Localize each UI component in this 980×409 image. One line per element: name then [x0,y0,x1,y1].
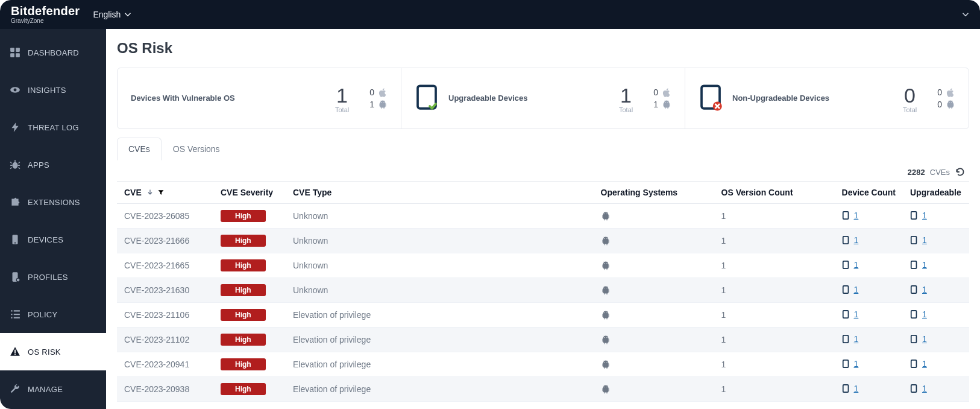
language-label: English [93,10,121,19]
sidebar-item-label: DASHBOARD [28,48,79,57]
device-icon [842,285,850,294]
card-breakdown: 0 1 [653,87,671,109]
tab-os-versions[interactable]: OS Versions [162,138,231,160]
summary-card: Non-Upgradeable Devices 0 Total 0 0 [685,68,969,128]
cell-upgradeable[interactable]: 1 [903,204,969,229]
sidebar-item-label: THREAT LOG [28,123,79,132]
tab-cves[interactable]: CVEs [117,138,162,160]
device-icon [842,260,850,270]
cell-device-count[interactable]: 1 [835,204,903,229]
device-icon [910,384,919,393]
device-icon [910,211,919,220]
table-row[interactable]: CVE-2023-21630 High Unknown 1 1 1 [117,278,969,303]
refresh-icon[interactable] [955,166,966,177]
cell-osv-count: 1 [714,204,835,229]
cell-type: Unknown [286,229,594,253]
sidebar-item-label: INSIGHTS [28,86,66,95]
sidebar-item-manage[interactable]: MANAGE [0,370,106,408]
cell-cve: CVE-2023-21102 [117,328,213,352]
col-upgradeable[interactable]: Upgradeable [903,181,969,204]
cell-upgradeable[interactable]: 1 [903,352,969,377]
table-row[interactable]: CVE-2023-20938 High Elevation of privile… [117,377,969,402]
card-label: Upgradeable Devices [448,94,533,104]
cell-device-count[interactable]: 1 [835,278,903,303]
cell-upgradeable[interactable]: 1 [903,328,969,352]
card-label: Devices With Vulnerable OS [131,94,235,104]
filter-icon[interactable] [157,189,165,196]
cell-severity: High [213,328,286,352]
cell-os [594,278,714,303]
summary-card: Devices With Vulnerable OS 1 Total 0 1 [118,68,401,128]
col-severity[interactable]: CVE Severity [213,181,286,204]
cell-device-count[interactable]: 1 [835,229,903,253]
card-label: Non-Upgradeable Devices [732,94,829,104]
table-row[interactable]: CVE-2023-21106 High Elevation of privile… [117,303,969,328]
table-row[interactable]: CVE-2023-20941 High Elevation of privile… [117,352,969,377]
col-os[interactable]: Operating Systems [594,181,714,204]
device-icon [910,235,919,245]
brand-sub: GravityZone [11,18,80,24]
device-icon [910,285,919,294]
sidebar-item-devices[interactable]: DEVICES [0,221,106,258]
cell-upgradeable[interactable]: 1 [903,253,969,278]
device-icon [842,334,850,344]
account-menu-chevron-icon[interactable] [962,11,969,18]
severity-badge: High [221,309,266,321]
col-type[interactable]: CVE Type [286,181,594,204]
cell-device-count[interactable]: 1 [835,253,903,278]
cell-upgradeable[interactable]: 1 [903,229,969,253]
severity-badge: High [221,210,266,222]
android-icon [601,285,611,295]
col-device-count[interactable]: Device Count [835,181,903,204]
cell-upgradeable[interactable]: 1 [903,303,969,328]
cell-severity: High [213,204,286,229]
cell-cve: CVE-2023-21630 [117,278,213,303]
sidebar-item-insights[interactable]: INSIGHTS [0,71,106,109]
sidebar-item-extensions[interactable]: EXTENSIONS [0,183,106,221]
sidebar-item-apps[interactable]: APPS [0,146,106,183]
cell-severity: High [213,377,286,402]
table-row[interactable]: CVE-2023-21665 High Unknown 1 1 1 [117,253,969,278]
cell-severity: High [213,229,286,253]
sort-desc-icon[interactable] [146,189,154,196]
cell-upgradeable[interactable]: 1 [903,278,969,303]
card-total: 0 Total [903,84,917,113]
severity-badge: High [221,358,266,370]
cell-device-count[interactable]: 1 [835,328,903,352]
cell-type: Unknown [286,278,594,303]
android-icon [601,236,611,246]
language-selector[interactable]: English [93,10,131,19]
android-icon [601,384,611,394]
sidebar-item-label: POLICY [28,310,57,319]
sidebar-item-threat-log[interactable]: THREAT LOG [0,109,106,146]
cell-osv-count: 1 [714,303,835,328]
cell-os [594,328,714,352]
cell-os [594,204,714,229]
cell-upgradeable[interactable]: 1 [903,377,969,402]
table-row[interactable]: CVE-2023-21102 High Elevation of privile… [117,328,969,352]
col-cve-label: CVE [124,188,142,197]
sidebar-item-profiles[interactable]: PROFILES [0,258,106,296]
cell-severity: High [213,278,286,303]
device-icon [842,359,850,369]
android-icon [946,100,955,109]
table-row[interactable]: CVE-2023-21666 High Unknown 1 1 1 [117,229,969,253]
cell-osv-count: 1 [714,229,835,253]
bug-icon [10,159,20,170]
cell-type: Unknown [286,204,594,229]
device-icon [842,384,850,393]
severity-badge: High [221,235,266,247]
sidebar-item-dashboard[interactable]: DASHBOARD [0,34,106,71]
cell-os [594,303,714,328]
cell-cve: CVE-2023-21106 [117,303,213,328]
cell-device-count[interactable]: 1 [835,352,903,377]
cell-device-count[interactable]: 1 [835,303,903,328]
col-os-version-count[interactable]: OS Version Count [714,181,835,204]
android-icon [601,360,611,369]
sidebar-item-os-risk[interactable]: OS RISK [0,333,106,370]
col-cve[interactable]: CVE [117,181,213,204]
sidebar-item-policy[interactable]: POLICY [0,296,106,333]
cve-count-label: CVEs [930,168,950,177]
table-row[interactable]: CVE-2023-26085 High Unknown 1 1 1 [117,204,969,229]
cell-device-count[interactable]: 1 [835,377,903,402]
